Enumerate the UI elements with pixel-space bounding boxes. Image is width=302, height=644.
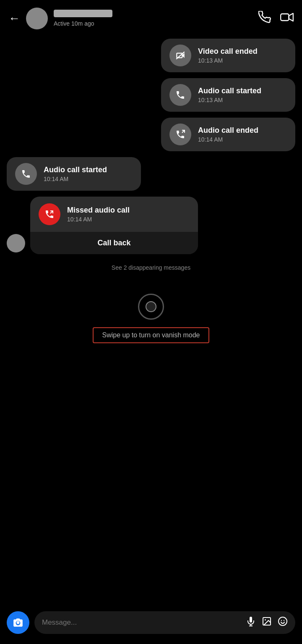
call-text: Video call ended 10:13 AM [198,47,258,64]
svg-point-8 [265,619,266,620]
vanish-circle-inner [146,301,156,312]
call-back-button[interactable]: Call back [30,232,198,254]
message-input-area [0,605,302,644]
call-title: Audio call ended [198,126,258,135]
svg-point-10 [281,620,282,621]
call-title: Audio call started [44,166,107,174]
vanish-mode-label: Swipe up to turn on vanish mode [102,331,200,339]
missed-call-icon [39,203,60,225]
svg-point-11 [284,620,284,621]
phone-icon [15,163,37,185]
chat-area: Video call ended 10:13 AM Audio call sta… [0,34,302,356]
message-video-call-ended: Video call ended 10:13 AM [7,39,295,72]
call-text: Audio call ended 10:14 AM [198,126,258,143]
bubble: Audio call ended 10:14 AM [161,118,295,151]
svg-marker-1 [289,13,293,21]
call-time: 10:14 AM [198,136,258,143]
sender-avatar [7,234,25,252]
camera-button[interactable] [7,611,29,634]
message-input-wrap [34,611,295,634]
call-text: Audio call started 10:13 AM [198,87,261,103]
message-audio-call-ended-sent: Audio call ended 10:14 AM [7,118,295,151]
svg-rect-0 [281,14,289,21]
phone-icon [169,84,191,106]
message-input[interactable] [42,618,240,627]
call-time: 10:13 AM [198,57,258,64]
call-time: 10:13 AM [198,97,261,103]
disappearing-messages-label[interactable]: See 2 disappearing messages [7,264,295,271]
phone-outgoing-icon [169,124,191,145]
missed-call-text: Missed audio call 10:14 AM [67,206,130,223]
video-call-button[interactable] [280,11,294,26]
mic-icon[interactable] [246,616,256,629]
missed-call-message: Missed audio call 10:14 AM Call back [7,197,295,254]
voice-call-button[interactable] [258,11,271,26]
call-title: Video call ended [198,47,258,56]
missed-call-card: Missed audio call 10:14 AM Call back [30,197,198,254]
contact-name [54,10,112,17]
missed-call-info: Missed audio call 10:14 AM [30,197,198,232]
bubble: Audio call started 10:14 AM [7,157,141,191]
bubble: Audio call started 10:13 AM [161,78,295,112]
video-call-icon [169,45,191,66]
message-audio-call-started-received: Audio call started 10:14 AM [7,157,295,191]
vanish-mode-label-box: Swipe up to turn on vanish mode [93,327,209,343]
bubble: Video call ended 10:13 AM [161,39,295,72]
header-info: Active 10m ago [54,10,253,27]
call-time: 10:14 AM [44,176,107,182]
svg-point-9 [279,617,287,626]
sticker-icon[interactable] [278,616,288,629]
call-title: Audio call started [198,87,261,95]
avatar[interactable] [26,8,48,29]
missed-call-time: 10:14 AM [67,216,130,223]
photo-icon[interactable] [262,616,272,629]
header: ← Active 10m ago [0,0,302,34]
active-status: Active 10m ago [54,20,94,27]
vanish-mode-area: Swipe up to turn on vanish mode [7,281,295,352]
vanish-circle [138,294,164,320]
header-actions [258,11,294,26]
call-text: Audio call started 10:14 AM [44,166,107,182]
message-audio-call-started-sent: Audio call started 10:13 AM [7,78,295,112]
missed-call-title: Missed audio call [67,206,130,215]
back-button[interactable]: ← [8,12,20,25]
